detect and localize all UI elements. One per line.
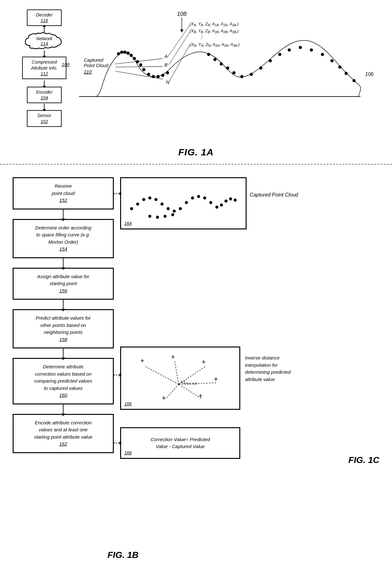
diagram-168: Correction Value= PredictedValue - Captu… — [120, 427, 240, 459]
sensor-label: Sensor — [37, 113, 51, 118]
arrow-encoder-sensor — [44, 104, 45, 109]
encoder-ref: 104 — [40, 95, 48, 100]
svg-point-37 — [269, 59, 272, 62]
svg-point-20 — [133, 57, 136, 60]
fig1a-section: Decoder 116 Network 114 CompressedAttrib… — [0, 0, 392, 165]
compressed-label: CompressedAttribute Info. — [31, 59, 57, 70]
arrow-152-154 — [63, 209, 64, 219]
svg-point-24 — [147, 73, 150, 76]
svg-point-73 — [156, 216, 159, 219]
svg-point-34 — [240, 75, 243, 78]
svg-marker-94 — [119, 441, 122, 445]
svg-point-23 — [142, 68, 145, 71]
ref-164: 164 — [124, 221, 132, 226]
svg-text:+: + — [171, 353, 175, 361]
svg-point-22 — [139, 63, 142, 66]
svg-point-70 — [229, 197, 232, 201]
svg-point-65 — [203, 197, 206, 200]
dashed-arrow-158 — [114, 372, 122, 378]
fig1bc-section: Receivepoint cloud152 Determine order ac… — [0, 165, 392, 570]
svg-point-42 — [321, 53, 324, 56]
svg-point-75 — [171, 213, 174, 216]
dashed-arrow-160 — [114, 440, 122, 446]
svg-line-12 — [115, 66, 163, 67]
svg-text:(XA, YA, ZA; A1A, A2A, A3A,): (XA, YA, ZA; A1A, A2A, A3A,) — [190, 22, 239, 27]
network-label: Network — [36, 36, 52, 41]
svg-text:B: B — [164, 62, 168, 67]
arrow-decoder-network — [44, 27, 45, 32]
svg-point-17 — [123, 51, 126, 54]
svg-point-56 — [148, 197, 151, 200]
step-158-text: Predict attribute values forother points… — [36, 315, 91, 342]
svg-point-35 — [250, 73, 253, 76]
svg-point-64 — [197, 195, 200, 198]
captured-point-cloud-label: Captured Point Cloud — [250, 191, 298, 198]
svg-text:A1P(X,Y,Z): A1P(X,Y,Z) — [180, 380, 197, 385]
svg-text:110: 110 — [84, 69, 92, 74]
svg-point-31 — [220, 62, 223, 66]
svg-point-46 — [352, 79, 356, 82]
step-160-text: Determine attributecorrection values bas… — [34, 364, 92, 398]
svg-point-32 — [226, 66, 229, 70]
compressed-box: CompressedAttribute Info. 112 — [22, 57, 66, 79]
svg-point-28 — [166, 71, 169, 74]
svg-text:Captured: Captured — [84, 57, 103, 63]
svg-point-62 — [185, 201, 188, 204]
dashed-arrow-152 — [114, 191, 122, 197]
svg-point-53 — [130, 207, 133, 210]
svg-point-27 — [161, 74, 164, 77]
svg-point-60 — [173, 209, 176, 213]
svg-marker-77 — [119, 192, 122, 195]
svg-point-58 — [161, 203, 164, 206]
svg-text:+: + — [162, 394, 166, 402]
svg-line-85 — [175, 361, 179, 384]
step-154: Determine order accordingto space fillin… — [13, 219, 114, 258]
svg-point-68 — [220, 203, 223, 207]
decoder-box: Decoder 116 — [27, 9, 62, 26]
svg-point-30 — [213, 58, 217, 61]
svg-point-41 — [310, 48, 313, 52]
arrow-156-158 — [63, 300, 64, 309]
step-152-text: Receivepoint cloud152 — [52, 183, 75, 203]
decoder-label: Decoder — [36, 12, 53, 17]
svg-text:+: + — [202, 358, 205, 366]
svg-point-21 — [136, 60, 139, 63]
svg-line-84 — [144, 366, 179, 384]
svg-text:(XB, YB, ZB; A1B, A2B, A3B,): (XB, YB, ZB; A1B, A2B, A3B,) — [190, 28, 239, 34]
diagram-166: + + + + + + A1P(X,Y,Z) 166 — [120, 347, 240, 410]
sensor-box: Sensor 102 — [27, 110, 62, 127]
fig1b-label: FIG. 1B — [107, 550, 138, 560]
svg-point-26 — [156, 75, 160, 78]
svg-point-59 — [167, 207, 170, 210]
svg-point-29 — [207, 53, 210, 56]
arrow-network-compressed — [44, 50, 45, 56]
step-152: Receivepoint cloud152 — [13, 177, 114, 209]
arrow-160-162 — [63, 404, 64, 414]
svg-text:+: + — [214, 375, 218, 383]
svg-point-43 — [330, 59, 334, 62]
sensor-ref: 102 — [40, 119, 48, 124]
fig1c-label: FIG. 1C — [348, 455, 379, 465]
fig1a-label: FIG. 1A — [178, 147, 214, 158]
system-diagram: Decoder 116 Network 114 CompressedAttrib… — [13, 9, 76, 127]
fig1a-svg: 108 (XA, YA, ZA; A1A, A2A, A3A,) (XB, YB… — [70, 3, 376, 152]
svg-text:(XN, YN, ZN; A1N, A2N, A3N,): (XN, YN, ZN; A1N, A2N, A3N,) — [190, 42, 240, 47]
svg-text:+: + — [140, 357, 144, 365]
step-156: Assign attribute value forstarting point… — [13, 268, 114, 300]
decoder-ref: 116 — [40, 18, 48, 23]
svg-text:Point Cloud: Point Cloud — [84, 63, 108, 68]
svg-point-25 — [152, 75, 155, 78]
svg-point-55 — [142, 198, 145, 201]
diagram-164: 164 — [120, 177, 247, 229]
svg-point-39 — [288, 48, 291, 52]
svg-marker-92 — [119, 373, 122, 377]
svg-point-18 — [126, 52, 130, 55]
encoder-box: Encoder 104 — [27, 87, 62, 103]
encoder-label: Encoder — [36, 90, 52, 95]
inverse-distance-label: Inverse distanceinterpolation fordetermi… — [245, 354, 315, 383]
ref-166: 166 — [124, 401, 132, 406]
svg-point-40 — [299, 46, 302, 49]
svg-point-63 — [191, 197, 194, 200]
arrow-158-160 — [63, 348, 64, 358]
correction-text: Correction Value= PredictedValue - Captu… — [150, 436, 210, 450]
